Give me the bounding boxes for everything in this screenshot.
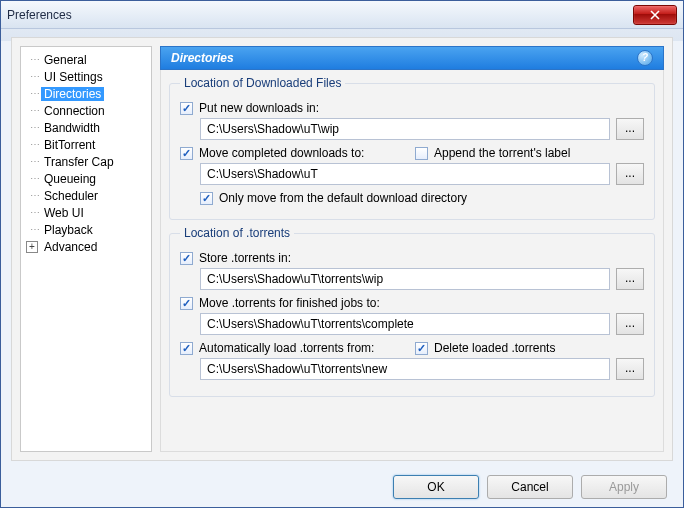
tree-item-label: Directories [41,87,104,101]
tree-branch-icon: ⋯ [27,190,41,201]
tree-branch-icon: ⋯ [27,88,41,99]
label-autoload-torrents: Automatically load .torrents from: [199,341,374,355]
tree-branch-icon: ⋯ [27,224,41,235]
tree-item-label: Playback [41,223,96,237]
browse-move-completed[interactable]: ... [616,163,644,185]
dialog-body: ⋯General⋯UI Settings⋯Directories⋯Connect… [11,37,673,461]
label-delete-loaded-torrents: Delete loaded .torrents [434,341,555,355]
tree-branch-icon: ⋯ [27,105,41,116]
close-icon [650,10,660,20]
titlebar: Preferences [1,1,683,29]
label-store-torrents: Store .torrents in: [199,251,291,265]
browse-move-finished-torrents[interactable]: ... [616,313,644,335]
browse-put-new-downloads[interactable]: ... [616,118,644,140]
checkbox-put-new-downloads[interactable] [180,102,193,115]
tree-item-label: Bandwidth [41,121,103,135]
help-icon[interactable]: ? [637,50,653,66]
tree-item-queueing[interactable]: ⋯Queueing [23,170,149,187]
input-autoload-torrents-path[interactable] [200,358,610,380]
tree-item-transfer-cap[interactable]: ⋯Transfer Cap [23,153,149,170]
close-button[interactable] [633,5,677,25]
category-tree[interactable]: ⋯General⋯UI Settings⋯Directories⋯Connect… [20,46,152,452]
panel-title: Directories [171,51,234,65]
input-move-completed-path[interactable] [200,163,610,185]
label-put-new-downloads: Put new downloads in: [199,101,319,115]
tree-item-advanced[interactable]: +Advanced [23,238,149,255]
ok-button[interactable]: OK [393,475,479,499]
checkbox-delete-loaded-torrents[interactable] [415,342,428,355]
row-put-new: Put new downloads in: [180,101,644,115]
browse-store-torrents[interactable]: ... [616,268,644,290]
cancel-button[interactable]: Cancel [487,475,573,499]
group-legend-torrents: Location of .torrents [180,226,294,240]
tree-item-directories[interactable]: ⋯Directories [23,85,149,102]
label-move-finished-torrents: Move .torrents for finished jobs to: [199,296,380,310]
checkbox-store-torrents[interactable] [180,252,193,265]
checkbox-move-finished-torrents[interactable] [180,297,193,310]
tree-item-bandwidth[interactable]: ⋯Bandwidth [23,119,149,136]
tree-item-ui-settings[interactable]: ⋯UI Settings [23,68,149,85]
label-move-completed: Move completed downloads to: [199,146,364,160]
tree-branch-icon: ⋯ [27,122,41,133]
label-append-label: Append the torrent's label [434,146,570,160]
input-move-finished-torrents-path[interactable] [200,313,610,335]
tree-item-label: Web UI [41,206,87,220]
tree-branch-icon: ⋯ [27,139,41,150]
tree-branch-icon: ⋯ [27,207,41,218]
browse-autoload-torrents[interactable]: ... [616,358,644,380]
tree-item-playback[interactable]: ⋯Playback [23,221,149,238]
tree-item-general[interactable]: ⋯General [23,51,149,68]
tree-item-label: BitTorrent [41,138,98,152]
main-panel: Directories ? Location of Downloaded Fil… [160,46,664,452]
tree-item-label: Queueing [41,172,99,186]
tree-branch-icon: ⋯ [27,71,41,82]
tree-item-web-ui[interactable]: ⋯Web UI [23,204,149,221]
tree-branch-icon: ⋯ [27,54,41,65]
checkbox-autoload-torrents[interactable] [180,342,193,355]
tree-item-label: Connection [41,104,108,118]
checkbox-move-completed[interactable] [180,147,193,160]
dialog-footer: OK Cancel Apply [393,475,667,499]
panel-header: Directories ? [160,46,664,70]
group-torrents: Location of .torrents Store .torrents in… [169,226,655,397]
tree-expand-icon[interactable]: + [26,241,38,253]
tree-item-label: Scheduler [41,189,101,203]
label-only-move-default: Only move from the default download dire… [219,191,467,205]
preferences-window: Preferences ⋯General⋯UI Settings⋯Directo… [0,0,684,508]
tree-item-scheduler[interactable]: ⋯Scheduler [23,187,149,204]
tree-branch-icon: ⋯ [27,156,41,167]
tree-item-label: Advanced [41,240,100,254]
tree-item-label: General [41,53,90,67]
input-store-torrents-path[interactable] [200,268,610,290]
row-move-completed: Move completed downloads to: Append the … [180,146,644,160]
input-put-new-downloads-path[interactable] [200,118,610,140]
group-downloaded-files: Location of Downloaded Files Put new dow… [169,76,655,220]
apply-button[interactable]: Apply [581,475,667,499]
checkbox-only-move-default[interactable] [200,192,213,205]
checkbox-append-label[interactable] [415,147,428,160]
panel-content: Location of Downloaded Files Put new dow… [160,70,664,452]
group-legend: Location of Downloaded Files [180,76,345,90]
window-title: Preferences [7,8,72,22]
tree-branch-icon: ⋯ [27,173,41,184]
tree-item-label: UI Settings [41,70,106,84]
tree-item-bittorrent[interactable]: ⋯BitTorrent [23,136,149,153]
tree-item-label: Transfer Cap [41,155,117,169]
tree-item-connection[interactable]: ⋯Connection [23,102,149,119]
